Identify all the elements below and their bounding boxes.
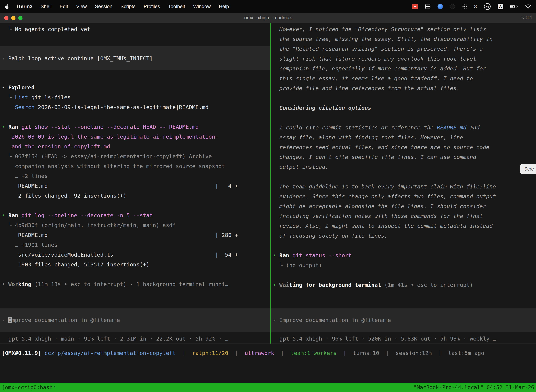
terminal-line: 2 files changed, 92 insertions(+) — [2, 191, 270, 201]
menu-item-view[interactable]: View — [76, 4, 87, 9]
text-segment: ting for background terminal — [289, 282, 381, 288]
omx-status-bar: [OMX#0.11.9] cczip/essay/ai-reimplementa… — [0, 344, 536, 358]
text-segment: 2026-03-09-is-legal-the-same-as-legitima… — [35, 104, 209, 110]
text-segment: README.md | 280 + — [2, 232, 238, 238]
zoom-button[interactable] — [18, 16, 23, 20]
battery-icon[interactable] — [510, 5, 518, 9]
menu-item-help[interactable]: Help — [219, 4, 229, 9]
text-segment: • — [273, 282, 279, 288]
menu-item-profiles[interactable]: Profiles — [144, 4, 160, 9]
text-segment: └ 067f154 (HEAD -> essay/ai-reimplementa… — [2, 153, 212, 159]
text-segment: turns:10 — [353, 350, 379, 356]
text-segment: • — [2, 84, 8, 91]
text-segment: evidence. Since this change only affects… — [273, 193, 496, 200]
minimize-button[interactable] — [11, 16, 15, 20]
terminal-pane-right: However, I noticed the "Directory Struct… — [271, 23, 536, 344]
text-segment: the source tree, missing the essay. Stil… — [273, 36, 493, 42]
terminal: └ No agents completed yet› Ralph loop ac… — [0, 23, 536, 392]
menu-item-window[interactable]: Window — [193, 4, 211, 9]
blue-app-icon[interactable] — [438, 4, 443, 9]
text-segment: this single essay, it seems like a good … — [273, 75, 473, 81]
eight-key-icon[interactable]: 8 — [474, 4, 477, 9]
terminal-line: output instead. — [273, 162, 536, 172]
dark-app-icon[interactable] — [450, 4, 455, 9]
text-segment: Wai — [279, 282, 289, 288]
text-segment: 1903 files changed, 513517 insertions(+) — [2, 261, 149, 268]
tmux-session-label: [omx-cczip0:bash* — [2, 383, 56, 392]
prompt-input-left[interactable]: › Improve documentation in @filename — [0, 308, 270, 332]
terminal-blank-line — [273, 113, 536, 123]
menu-item-iterm2[interactable]: iTerm2 — [17, 4, 33, 9]
tmux-panes: └ No agents completed yet› Ralph loop ac… — [0, 23, 536, 344]
text-segment: and-the-erosion-of-copyleft.md — [2, 143, 110, 150]
terminal-line: the "Related research writing" section i… — [273, 44, 536, 54]
screen-recording-icon[interactable] — [412, 4, 418, 9]
terminal-line: └ 067f154 (HEAD -> essay/ai-reimplementa… — [2, 151, 270, 161]
menu-item-edit[interactable]: Edit — [60, 4, 68, 9]
menu-item-session[interactable]: Session — [95, 4, 112, 9]
text-segment: … +1901 lines — [2, 242, 57, 248]
text-segment: Ran — [279, 252, 289, 258]
apple-logo-icon — [5, 5, 9, 9]
terminal-line: • Ran git show --stat --oneline --decora… — [2, 122, 270, 132]
terminal-line: might be acceptable alongside the file l… — [273, 201, 536, 211]
text-segment: including verification notes with those … — [273, 213, 483, 219]
text-cursor: I — [8, 317, 12, 323]
tmux-host-clock: "MacBook-Pro-44.local" 04:52 31-Mar-26 — [414, 383, 534, 392]
text-segment: Ralph loop active continue [OMX_TMUX_INJ… — [8, 55, 153, 61]
menu-item-shell[interactable]: Shell — [41, 4, 52, 9]
text-segment: changes, I can't cite specific file line… — [273, 154, 476, 160]
terminal-line: README.md | 4 + — [2, 181, 270, 191]
omx-status-line: [OMX#0.11.9] cczip/essay/ai-reimplementa… — [2, 348, 536, 358]
menu-item-toolbelt[interactable]: Toolbelt — [168, 4, 185, 9]
grid-icon[interactable] — [425, 4, 431, 9]
text-segment: git ls-files — [28, 94, 71, 100]
menu-bar: iTerm2 Shell Edit View Session Scripts P… — [0, 0, 536, 13]
window-controls — [4, 16, 23, 20]
scrollback-right: However, I noticed the "Directory Struct… — [273, 24, 536, 290]
terminal-line: README.md | 280 + — [2, 230, 270, 240]
window-shortcut-badge: ⌥⌘1 — [521, 13, 532, 23]
screen-share-overlay-button[interactable]: Scre — [520, 164, 536, 174]
text-segment: › — [2, 317, 8, 323]
text-segment: review. Also, I might want to inspect th… — [273, 223, 493, 229]
text-segment: last:5m ago — [448, 350, 484, 356]
text-segment: › — [2, 55, 8, 61]
apple-menu[interactable] — [5, 5, 9, 9]
text-segment: └ (no output) — [273, 262, 322, 268]
text-segment: cczip/essay/ai-reimplementation-copyleft — [44, 350, 176, 356]
text-segment: | — [228, 350, 245, 356]
text-segment: List — [15, 94, 28, 100]
terminal-line: the source tree, missing the essay. Stil… — [273, 34, 536, 44]
text-segment: └ — [2, 26, 15, 32]
terminal-line: this single essay, it seems like a good … — [273, 73, 536, 83]
terminal-blank-line — [273, 172, 536, 182]
wifi-icon[interactable] — [525, 4, 531, 9]
apps-grid-icon[interactable] — [462, 4, 467, 9]
text-segment: README.md | 4 + — [2, 183, 238, 189]
terminal-line: companion file, especially if more comme… — [273, 64, 536, 73]
text-segment: • — [2, 281, 8, 287]
text-segment: mprove documentation in @filename — [12, 317, 120, 323]
terminal-line: • Ran git status --short — [273, 250, 536, 260]
inline-prompt-box[interactable]: › Ralph loop active continue [OMX_TMUX_I… — [0, 46, 270, 70]
text-segment: | — [432, 350, 448, 356]
menu-item-scripts[interactable]: Scripts — [120, 4, 136, 9]
terminal-line: references need actual files, and since … — [273, 142, 536, 152]
text-segment: git log --oneline --decorate -n 5 --stat — [18, 212, 153, 219]
terminal-pane-left: └ No agents completed yet› Ralph loop ac… — [0, 23, 270, 344]
text-segment: No agents completed yet — [15, 26, 90, 32]
text-segment: team:1 workers — [291, 350, 336, 356]
terminal-line: › Improve documentation in @filename — [273, 315, 536, 325]
terminal-line: However, I noticed the "Directory Struct… — [273, 24, 536, 34]
text-segment: • — [2, 212, 8, 219]
input-source-icon[interactable]: A — [498, 4, 503, 9]
terminal-line: changes, I can't cite specific file line… — [273, 152, 536, 162]
terminal-blank-line — [2, 112, 270, 122]
close-button[interactable] — [4, 16, 9, 20]
terminal-blank-line — [2, 73, 270, 83]
terminal-blank-line — [2, 269, 270, 279]
scrollback-left: └ No agents completed yet› Ralph loop ac… — [2, 24, 270, 289]
prompt-input-right[interactable]: › Improve documentation in @filename — [271, 308, 536, 332]
gauge-icon[interactable]: .61 — [484, 3, 491, 10]
